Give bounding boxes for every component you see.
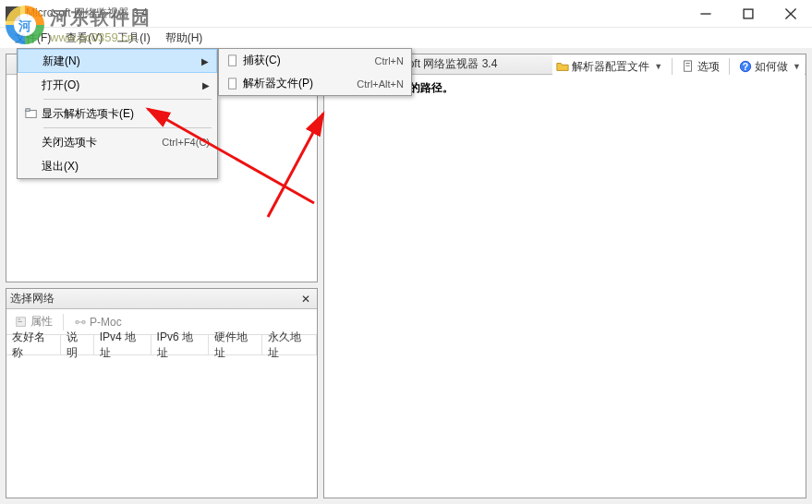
menu-separator: [43, 99, 212, 100]
menu-item-show-parsing-tab[interactable]: 显示解析选项卡(E): [18, 102, 217, 126]
start-panel: 开始使用 Microsoft 网络监视器 3.4 ✕ 系统找不到指定的路径。: [323, 54, 806, 498]
help-icon: ?: [739, 60, 752, 73]
howto-label: 如何做: [755, 59, 788, 75]
toolbar-right: 解析器配置文件 ▼ 选项 ? 如何做 ▼: [552, 55, 805, 78]
options-label: 选项: [697, 59, 720, 75]
svg-rect-1: [744, 9, 753, 18]
menu-separator: [43, 127, 212, 128]
menu-item-label: 捕获(C): [243, 53, 375, 68]
parser-profile-label: 解析器配置文件: [572, 59, 649, 75]
menu-file[interactable]: 文件(F): [7, 29, 58, 48]
svg-rect-17: [229, 54, 236, 65]
svg-point-13: [82, 320, 86, 324]
toolbar-separator: [729, 58, 730, 75]
file-dropdown-menu: 新建(N) ▶ 打开(O) ▶ 显示解析选项卡(E) 关闭选项卡 Ctrl+F4…: [17, 48, 218, 179]
menu-item-label: 新建(N): [42, 54, 201, 69]
menu-item-capture[interactable]: 捕获(C) Ctrl+N: [219, 49, 411, 72]
menu-item-label: 显示解析选项卡(E): [42, 106, 210, 122]
chevron-down-icon: ▼: [793, 62, 801, 71]
toolbar-separator: [672, 58, 673, 75]
menu-shortcut: Ctrl+F4(C): [162, 137, 210, 148]
toolbar-separator: [63, 314, 64, 330]
options-button[interactable]: 选项: [678, 57, 723, 77]
menu-item-exit[interactable]: 退出(X): [18, 154, 217, 178]
menu-item-open[interactable]: 打开(O) ▶: [18, 73, 217, 97]
submenu-arrow-icon: ▶: [202, 80, 210, 90]
pmode-button[interactable]: P-Moc: [71, 314, 125, 330]
column-header[interactable]: IPv6 地址: [151, 335, 209, 354]
svg-rect-18: [229, 78, 236, 88]
svg-point-12: [76, 320, 79, 324]
select-network-title: 选择网络: [10, 291, 298, 306]
menu-item-label: 解析器文件(P): [243, 76, 357, 91]
svg-text:?: ?: [743, 61, 748, 72]
menu-shortcut: Ctrl+N: [375, 55, 404, 66]
select-network-panel: 选择网络 ✕ 属性 P-Moc 友好名称 说明 IPv4 地址 IPv6 地址: [6, 288, 318, 498]
column-header[interactable]: IPv4 地址: [94, 335, 151, 354]
pmode-label: P-Moc: [90, 316, 122, 329]
document-icon: [682, 60, 695, 73]
column-header[interactable]: 永久地址: [262, 335, 317, 354]
menu-view[interactable]: 查看(V): [58, 29, 110, 48]
document-icon: [223, 54, 243, 67]
menu-item-label: 退出(X): [42, 159, 210, 174]
window-title: Microsoft 网络监视器 3.4: [26, 6, 685, 21]
properties-label: 属性: [30, 314, 53, 330]
submenu-arrow-icon: ▶: [201, 56, 209, 66]
column-header[interactable]: 硬件地址: [209, 335, 263, 354]
folder-icon: [556, 60, 569, 73]
menu-tools[interactable]: 工具(I): [110, 29, 157, 48]
maximize-button[interactable]: [727, 0, 770, 28]
chevron-down-icon: ▼: [654, 62, 662, 71]
menu-shortcut: Ctrl+Alt+N: [357, 78, 404, 90]
network-icon: [74, 316, 87, 329]
column-header[interactable]: 友好名称: [6, 335, 61, 354]
menu-bar: 文件(F) 查看(V) 工具(I) 帮助(H): [0, 28, 812, 48]
panel-close-button[interactable]: ✕: [298, 293, 313, 306]
title-bar: Microsoft 网络监视器 3.4: [0, 0, 812, 28]
close-button[interactable]: [770, 0, 812, 28]
parser-profile-button[interactable]: 解析器配置文件 ▼: [552, 57, 666, 77]
svg-rect-16: [26, 109, 30, 112]
document-icon: [223, 78, 243, 90]
column-header[interactable]: 说明: [61, 335, 94, 354]
menu-item-new[interactable]: 新建(N) ▶: [18, 49, 217, 73]
tab-icon: [21, 107, 42, 120]
column-headers: 友好名称 说明 IPv4 地址 IPv6 地址 硬件地址 永久地址: [6, 335, 317, 355]
svg-rect-10: [18, 318, 21, 319]
howto-button[interactable]: ? 如何做 ▼: [735, 57, 805, 77]
minimize-button[interactable]: [685, 0, 727, 28]
app-icon: [6, 6, 20, 21]
properties-icon: [15, 316, 28, 329]
menu-item-label: 关闭选项卡: [42, 135, 162, 150]
menu-item-parser-file[interactable]: 解析器文件(P) Ctrl+Alt+N: [219, 72, 411, 95]
svg-rect-11: [18, 321, 22, 322]
menu-item-close-tab[interactable]: 关闭选项卡 Ctrl+F4(C): [18, 130, 217, 154]
new-submenu: 捕获(C) Ctrl+N 解析器文件(P) Ctrl+Alt+N: [218, 48, 412, 96]
menu-item-label: 打开(O): [42, 78, 202, 93]
menu-help[interactable]: 帮助(H): [158, 29, 211, 48]
